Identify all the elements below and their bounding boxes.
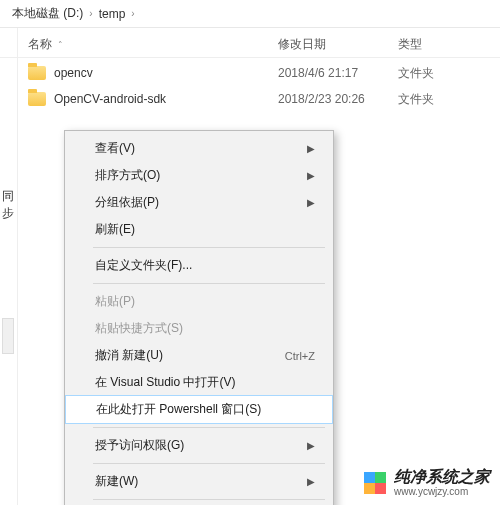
submenu-arrow-icon: ▶ (307, 197, 315, 208)
sort-indicator-icon: ˄ (58, 40, 63, 50)
menu-label: 粘贴快捷方式(S) (95, 320, 183, 337)
menu-item-paste-shortcut: 粘贴快捷方式(S) (65, 315, 333, 342)
menu-label: 刷新(E) (95, 221, 135, 238)
watermark-logo-icon (364, 472, 386, 494)
menu-label: 查看(V) (95, 140, 135, 157)
menu-item-view[interactable]: 查看(V) ▶ (65, 135, 333, 162)
menu-item-new[interactable]: 新建(W) ▶ (65, 468, 333, 495)
menu-separator (93, 463, 325, 464)
file-name: opencv (54, 66, 93, 80)
submenu-arrow-icon: ▶ (307, 170, 315, 181)
column-headers[interactable]: 名称 ˄ 修改日期 类型 (0, 28, 500, 58)
menu-separator (93, 283, 325, 284)
column-name-label: 名称 (28, 36, 52, 53)
context-menu: 查看(V) ▶ 排序方式(O) ▶ 分组依据(P) ▶ 刷新(E) 自定义文件夹… (64, 130, 334, 505)
menu-label: 在 Visual Studio 中打开(V) (95, 374, 236, 391)
menu-label: 分组依据(P) (95, 194, 159, 211)
submenu-arrow-icon: ▶ (307, 143, 315, 154)
menu-separator (93, 499, 325, 500)
file-date: 2018/2/23 20:26 (278, 92, 398, 106)
menu-label: 自定义文件夹(F)... (95, 257, 192, 274)
menu-separator (93, 247, 325, 248)
menu-label: 撤消 新建(U) (95, 347, 163, 364)
folder-icon (28, 66, 46, 80)
menu-label: 粘贴(P) (95, 293, 135, 310)
menu-item-grant-access[interactable]: 授予访问权限(G) ▶ (65, 432, 333, 459)
file-date: 2018/4/6 21:17 (278, 66, 398, 80)
folder-icon (28, 92, 46, 106)
menu-label: 在此处打开 Powershell 窗口(S) (96, 401, 261, 418)
column-header-type[interactable]: 类型 (398, 36, 492, 53)
menu-label: 新建(W) (95, 473, 138, 490)
column-header-name[interactable]: 名称 ˄ (28, 36, 278, 53)
file-type: 文件夹 (398, 91, 500, 108)
watermark-url: www.ycwjzy.com (394, 486, 490, 497)
menu-item-undo[interactable]: 撤消 新建(U) Ctrl+Z (65, 342, 333, 369)
menu-item-open-powershell[interactable]: 在此处打开 Powershell 窗口(S) (65, 395, 333, 424)
menu-item-sort[interactable]: 排序方式(O) ▶ (65, 162, 333, 189)
chevron-right-icon: › (129, 8, 136, 19)
watermark: 纯净系统之家 www.ycwjzy.com (364, 468, 490, 497)
breadcrumb-root[interactable]: 本地磁盘 (D:) (8, 5, 87, 22)
file-name: OpenCV-android-sdk (54, 92, 166, 106)
menu-shortcut: Ctrl+Z (285, 350, 315, 362)
watermark-title: 纯净系统之家 (394, 468, 490, 486)
submenu-arrow-icon: ▶ (307, 440, 315, 451)
file-type: 文件夹 (398, 65, 500, 82)
menu-item-open-vs[interactable]: 在 Visual Studio 中打开(V) (65, 369, 333, 396)
sidebar-fragment-text: 同步 (2, 188, 17, 222)
menu-label: 授予访问权限(G) (95, 437, 184, 454)
sidebar-sliver: 同步 (0, 28, 18, 505)
sidebar-scrollbar[interactable] (2, 318, 14, 354)
menu-item-paste: 粘贴(P) (65, 288, 333, 315)
menu-label: 排序方式(O) (95, 167, 160, 184)
menu-item-group[interactable]: 分组依据(P) ▶ (65, 189, 333, 216)
submenu-arrow-icon: ▶ (307, 476, 315, 487)
chevron-right-icon: › (87, 8, 94, 19)
menu-item-refresh[interactable]: 刷新(E) (65, 216, 333, 243)
file-list: opencv 2018/4/6 21:17 文件夹 OpenCV-android… (0, 58, 500, 114)
column-header-date[interactable]: 修改日期 (278, 36, 398, 53)
breadcrumb-folder[interactable]: temp (95, 7, 130, 21)
list-item[interactable]: opencv 2018/4/6 21:17 文件夹 (28, 60, 500, 86)
list-item[interactable]: OpenCV-android-sdk 2018/2/23 20:26 文件夹 (28, 86, 500, 112)
menu-separator (93, 427, 325, 428)
menu-item-customize[interactable]: 自定义文件夹(F)... (65, 252, 333, 279)
breadcrumb[interactable]: 本地磁盘 (D:) › temp › (0, 0, 500, 28)
